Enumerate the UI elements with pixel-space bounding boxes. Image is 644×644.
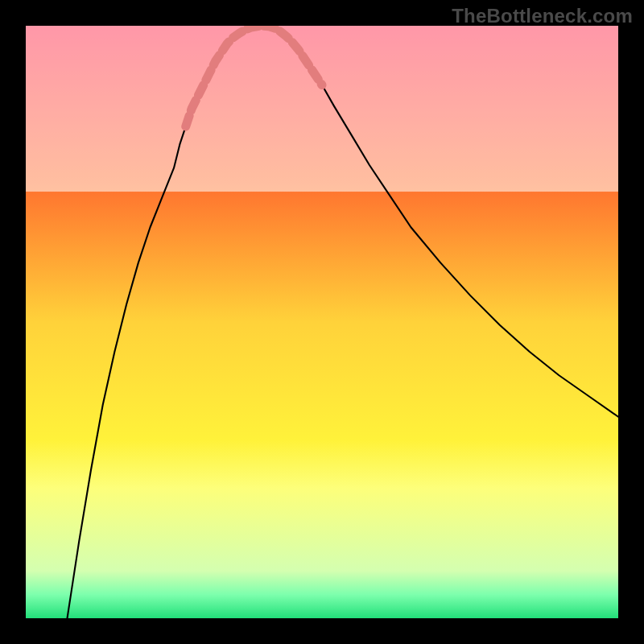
watermark-text: TheBottleneck.com bbox=[452, 5, 633, 27]
chart-outer: TheBottleneck.com bbox=[0, 0, 644, 644]
chart-svg bbox=[26, 26, 618, 618]
acceptable-band bbox=[26, 26, 618, 192]
plot-area bbox=[26, 26, 618, 618]
